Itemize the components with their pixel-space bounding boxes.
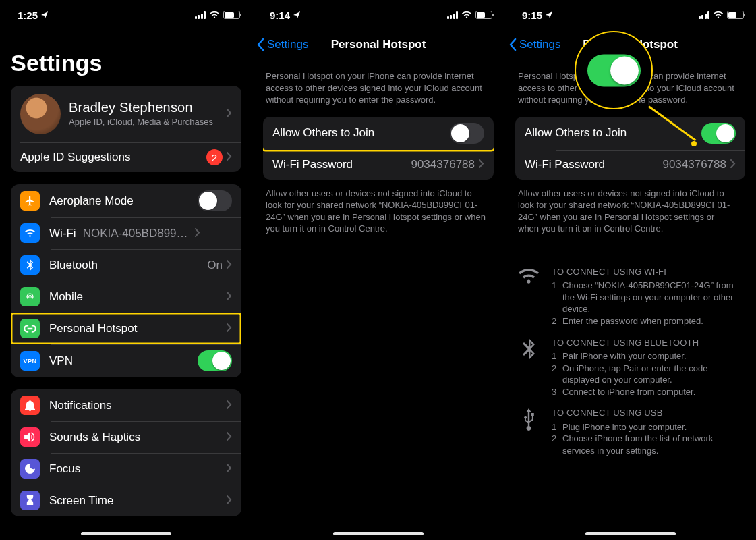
row-label: Aeroplane Mode <box>49 194 198 208</box>
callout-bubble <box>575 31 653 109</box>
vpn-toggle[interactable] <box>198 350 232 371</box>
instr-step: Connect to iPhone from computer. <box>562 386 695 398</box>
notifications-row[interactable]: Notifications <box>11 389 241 421</box>
bluetooth-row[interactable]: Bluetooth On <box>11 249 241 281</box>
instr-step: Pair iPhone with your computer. <box>562 350 687 362</box>
wifi-icon <box>209 9 220 21</box>
battery-icon <box>223 11 240 19</box>
vpn-icon: VPN <box>20 351 40 371</box>
row-label: VPN <box>49 354 198 368</box>
vpn-row[interactable]: VPN VPN <box>11 344 241 377</box>
allow-others-toggle[interactable] <box>450 123 484 144</box>
status-bar: 9:15 <box>504 0 756 30</box>
usb-icon <box>517 407 541 456</box>
profile-name: Bradley Stephenson <box>69 100 227 115</box>
profile-sub: Apple ID, iCloud, Media & Purchases <box>69 117 227 128</box>
wifi-password-row[interactable]: Wi-Fi Password 9034376788 <box>263 150 494 180</box>
chevron-right-icon <box>227 431 232 443</box>
chevron-right-icon <box>227 463 232 475</box>
hotspot-group: Allow Others to Join Wi-Fi Password 9034… <box>263 117 494 180</box>
mobile-icon <box>20 287 40 306</box>
screen-hotspot-off: 9:14 Settings Personal Hotspot Personal … <box>252 0 504 540</box>
allow-others-row[interactable]: Allow Others to Join <box>263 117 494 150</box>
avatar <box>20 94 61 134</box>
screentime-icon <box>20 491 40 510</box>
instr-step: Enter the password when prompted. <box>562 315 703 327</box>
mobile-row[interactable]: Mobile <box>11 281 241 313</box>
page-title: Settings <box>0 30 252 86</box>
screen-hotspot-on: 9:15 Settings Personal Hotspot Personal … <box>504 0 756 540</box>
allow-others-row[interactable]: Allow Others to Join <box>515 117 745 150</box>
wifi-icon <box>517 266 541 327</box>
notifications-icon <box>20 396 40 415</box>
hotspot-footer: Allow other users or devices not signed … <box>252 180 504 235</box>
chevron-right-icon <box>195 227 200 240</box>
row-label: Wi-Fi <box>49 227 76 240</box>
sounds-row[interactable]: Sounds & Haptics <box>11 421 241 453</box>
callout-dot <box>691 141 697 146</box>
instr-header: TO CONNECT USING USB <box>552 407 744 419</box>
instr-step: Choose iPhone from the list of network s… <box>562 433 744 456</box>
cellular-icon <box>447 11 459 19</box>
screen-settings: 1:25 Settings Bradley Stephenson Apple I… <box>0 0 252 540</box>
row-label: Focus <box>49 462 227 476</box>
hotspot-group: Allow Others to Join Wi-Fi Password 9034… <box>515 117 745 180</box>
allow-others-toggle[interactable] <box>701 123 736 144</box>
chevron-right-icon <box>227 151 232 163</box>
row-label: Personal Hotspot <box>49 322 227 335</box>
aeroplane-row[interactable]: Aeroplane Mode <box>11 184 241 217</box>
chevron-right-icon <box>227 400 232 412</box>
chevron-right-icon <box>227 291 232 303</box>
wifi-icon <box>20 223 40 243</box>
row-label: Notifications <box>49 399 227 412</box>
row-label: Mobile <box>49 290 227 304</box>
wifi-row[interactable]: Wi-Fi NOKIA-405BD899CF01… <box>11 217 241 249</box>
instr-step: Plug iPhone into your computer. <box>562 421 687 433</box>
profile-row[interactable]: Bradley Stephenson Apple ID, iCloud, Med… <box>11 86 241 142</box>
chevron-right-icon <box>227 259 232 271</box>
wifi-password-row[interactable]: Wi-Fi Password 9034376788 <box>515 150 745 180</box>
chevron-right-icon <box>479 159 484 171</box>
hotspot-footer: Allow other users or devices not signed … <box>504 180 756 235</box>
screentime-row[interactable]: Screen Time <box>11 485 241 516</box>
instr-bluetooth: TO CONNECT USING BLUETOOTH 1Pair iPhone … <box>504 327 756 398</box>
row-label: Wi-Fi Password <box>525 158 662 171</box>
row-value: On <box>207 259 223 272</box>
row-label: Bluetooth <box>49 259 207 272</box>
status-time: 9:14 <box>270 9 290 21</box>
instr-step: Choose “NOKIA-405BD899CF01-24G” from the… <box>562 279 744 315</box>
status-bar: 1:25 <box>0 0 252 30</box>
home-indicator[interactable] <box>585 532 676 535</box>
cellular-icon <box>699 11 710 19</box>
hotspot-icon <box>20 319 40 338</box>
home-indicator[interactable] <box>333 532 424 535</box>
focus-row[interactable]: Focus <box>11 453 241 485</box>
status-time: 9:15 <box>522 9 542 21</box>
callout-toggle <box>587 54 640 86</box>
chevron-right-icon <box>730 159 736 171</box>
chevron-right-icon <box>227 323 232 335</box>
status-bar: 9:14 <box>252 0 504 30</box>
bluetooth-icon <box>517 337 541 398</box>
profile-group: Bradley Stephenson Apple ID, iCloud, Med… <box>11 86 241 172</box>
row-label: Screen Time <box>49 494 227 508</box>
aeroplane-toggle[interactable] <box>198 190 232 211</box>
personal-hotspot-row[interactable]: Personal Hotspot <box>11 313 241 344</box>
status-time: 1:25 <box>18 9 38 21</box>
apple-id-suggestions-row[interactable]: Apple ID Suggestions 2 <box>11 142 241 172</box>
chevron-right-icon <box>227 108 232 120</box>
row-label: Allow Others to Join <box>272 126 450 140</box>
chevron-right-icon <box>227 495 232 507</box>
home-indicator[interactable] <box>81 532 171 535</box>
cellular-icon <box>195 11 206 19</box>
system-group: Notifications Sounds & Haptics Focus Scr… <box>11 389 241 516</box>
instr-wifi: TO CONNECT USING WI-FI 1Choose “NOKIA-40… <box>504 256 756 327</box>
sounds-icon <box>20 427 40 447</box>
row-label: Apple ID Suggestions <box>20 151 206 164</box>
battery-icon <box>475 11 492 19</box>
bluetooth-icon <box>20 255 40 275</box>
location-icon <box>40 9 49 21</box>
row-label: Sounds & Haptics <box>49 431 227 444</box>
row-label: Wi-Fi Password <box>272 158 411 171</box>
hotspot-description: Personal Hotspot on your iPhone can prov… <box>252 59 504 111</box>
